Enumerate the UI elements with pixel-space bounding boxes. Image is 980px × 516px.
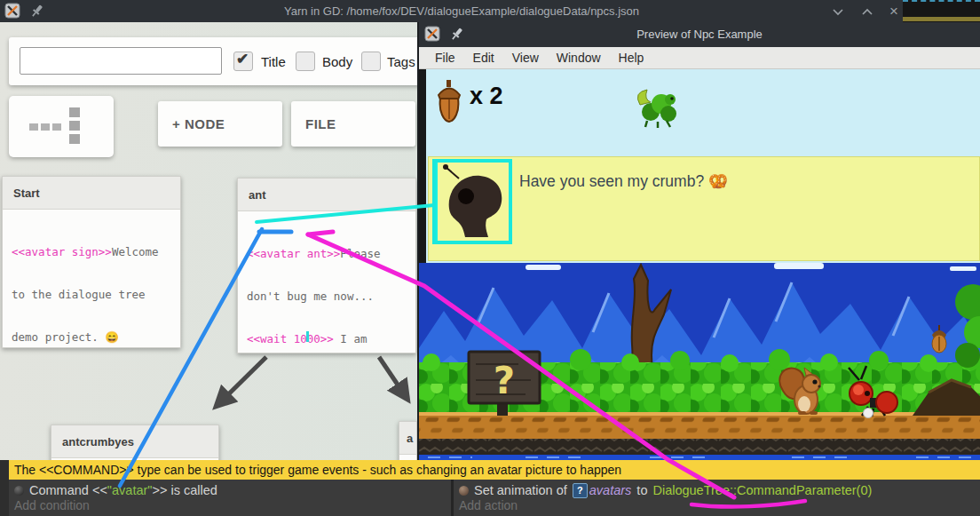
node-card-start[interactable]: Start <<avatar sign>>Welcome to the dial…	[2, 176, 181, 348]
menu-view[interactable]: View	[503, 51, 548, 65]
game-viewport[interactable]: x 2	[419, 69, 980, 460]
condition-command-name: "avatar"	[107, 483, 153, 497]
acorn-icon	[437, 80, 462, 123]
node-card-clipped[interactable]: a	[399, 421, 417, 460]
game-scene: ?	[419, 263, 980, 460]
action-row[interactable]: Set animation of ? avatars to DialogueTr…	[459, 482, 872, 498]
preview-window-title: Preview of Npc Example	[419, 22, 980, 47]
preview-menubar: File Edit View Window Help	[419, 47, 980, 69]
dialogue-text: Have you seen my crumb? 🥨	[519, 172, 728, 191]
item-counter: x 2	[437, 80, 503, 123]
action-panel[interactable]: Set animation of ? avatars to DialogueTr…	[454, 480, 980, 516]
node-body-line: <<wait 1000>> I am	[247, 332, 415, 346]
add-action-placeholder[interactable]: Add action	[459, 498, 518, 512]
node-body-line: demo project. 😄	[12, 330, 180, 345]
menu-file[interactable]: File	[426, 51, 464, 65]
node-title: ant	[238, 179, 415, 211]
action-target: avatars	[589, 483, 632, 497]
node-title: Start	[3, 177, 180, 210]
node-body-line: <<avatar ant>>Please	[247, 247, 415, 261]
condition-panel[interactable]: Command <<"avatar">> is called Add condi…	[9, 480, 451, 516]
window-title: Yarn in GD: /home/fox/DEV/dialogueExampl…	[0, 0, 923, 22]
node-title: a	[399, 422, 416, 455]
preview-window: Preview of Npc Example File Edit View Wi…	[417, 22, 980, 460]
svg-text:?: ?	[494, 359, 515, 402]
item-count-label: x 2	[470, 83, 503, 110]
node-body-line: to the dialogue tree	[12, 288, 180, 302]
menu-help[interactable]: Help	[610, 51, 653, 65]
add-condition-placeholder[interactable]: Add condition	[14, 498, 90, 512]
ant-avatar-image	[438, 163, 509, 241]
close-button[interactable]: ×	[889, 0, 898, 22]
leaf-critter-sprite	[633, 85, 681, 130]
node-body: <<avatar ant>>Please don't bug me now...…	[238, 211, 415, 353]
minimize-button[interactable]	[831, 4, 845, 19]
menu-window[interactable]: Window	[548, 51, 610, 65]
avatar-highlight-frame	[434, 159, 512, 244]
app-root: Yarn in GD: /home/fox/DEV/dialogueExampl…	[0, 0, 980, 516]
node-body: <<avatar sign>>Welcome to the dialogue t…	[3, 210, 180, 348]
maximize-button[interactable]	[860, 4, 874, 19]
menu-edit[interactable]: Edit	[464, 51, 503, 65]
unknown-type-icon: ?	[573, 483, 588, 498]
node-card-antcrumbyes[interactable]: antcrumbyes	[51, 425, 219, 460]
node-card-ant[interactable]: ant <<avatar ant>>Please don't bug me no…	[237, 178, 416, 353]
condition-row[interactable]: Command <<"avatar">> is called	[14, 482, 217, 498]
dialogue-box: Have you seen my crumb? 🥨	[428, 156, 980, 261]
tutorial-tip-bar: The <<COMMAND>> type can be used to trig…	[9, 460, 980, 480]
condition-sphere-icon	[14, 486, 24, 496]
node-title: antcrumbyes	[51, 425, 218, 458]
bottom-left-edge	[0, 460, 9, 516]
preview-titlebar[interactable]: Preview of Npc Example	[419, 22, 980, 47]
action-value: DialogueTree::CommandParameter(0)	[652, 483, 872, 497]
background-window-fragment	[903, 0, 980, 22]
node-body-line: <<avatar sign>>Welcome	[12, 245, 180, 259]
action-sphere-icon	[459, 486, 469, 496]
node-body-line: don't bug me now...	[247, 290, 415, 304]
main-titlebar[interactable]: Yarn in GD: /home/fox/DEV/dialogueExampl…	[0, 0, 980, 22]
